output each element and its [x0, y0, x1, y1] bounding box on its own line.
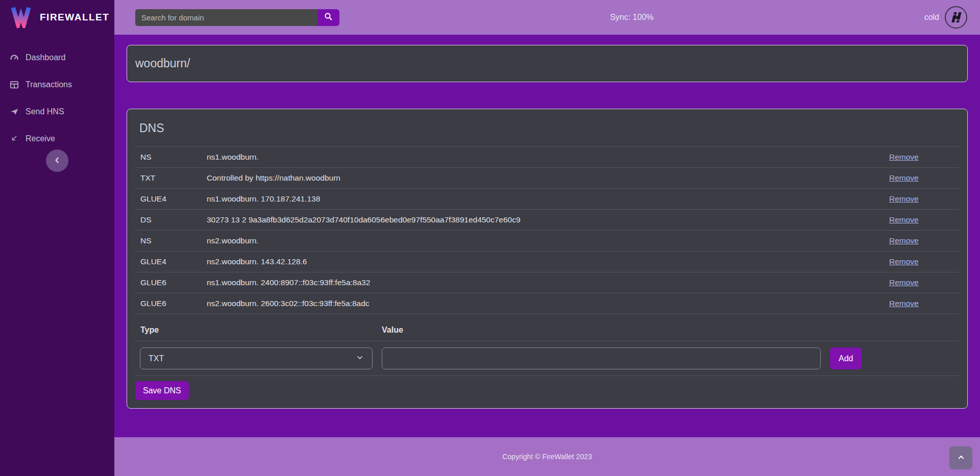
- main-content: woodburn/ DNS NS ns1.woodburn. Remove TX…: [114, 35, 980, 437]
- copyright-text: Copyright © FireWallet 2023: [502, 453, 592, 461]
- topbar: Sync: 100% cold: [114, 0, 980, 35]
- sidebar-item-label: Send HNS: [26, 107, 64, 116]
- dns-card: DNS NS ns1.woodburn. Remove TXT Controll…: [127, 109, 968, 409]
- sidebar-item-send-hns[interactable]: Send HNS: [0, 98, 114, 125]
- brand[interactable]: FIREWALLET: [0, 0, 114, 35]
- wallet-name: cold: [924, 13, 939, 22]
- transactions-icon: [10, 80, 22, 89]
- remove-link[interactable]: Remove: [889, 194, 919, 203]
- sync-status: Sync: 100%: [339, 13, 924, 22]
- brand-name: FIREWALLET: [40, 12, 109, 23]
- dns-record-row: GLUE6 ns1.woodburn. 2400:8907::f03c:93ff…: [135, 272, 959, 293]
- add-record-button[interactable]: Add: [830, 347, 862, 369]
- record-value: 30273 13 2 9a3a8fb3d625d2a2073d740f10da6…: [207, 215, 889, 224]
- firewallet-logo-icon: [10, 5, 32, 30]
- remove-link[interactable]: Remove: [889, 257, 919, 266]
- dns-record-row: GLUE4 ns2.woodburn. 143.42.128.6 Remove: [135, 252, 959, 272]
- domain-search: [135, 9, 339, 26]
- record-value: ns1.woodburn. 170.187.241.138: [207, 194, 889, 204]
- sidebar-item-receive[interactable]: Receive: [0, 125, 114, 152]
- dns-record-row: GLUE6 ns2.woodburn. 2600:3c02::f03c:93ff…: [135, 293, 959, 314]
- dns-record-row: NS ns2.woodburn. Remove: [135, 231, 959, 252]
- record-type: DS: [140, 215, 207, 224]
- remove-link[interactable]: Remove: [889, 215, 919, 224]
- record-value: ns1.woodburn. 2400:8907::f03c:93ff:fe5a:…: [207, 278, 889, 287]
- dns-heading: DNS: [135, 117, 959, 147]
- dns-record-row: TXT Controlled by https://nathan.woodbur…: [135, 168, 959, 189]
- sidebar-item-label: Dashboard: [26, 53, 65, 62]
- record-value: ns2.woodburn.: [207, 236, 889, 245]
- remove-link[interactable]: Remove: [889, 278, 919, 287]
- chevron-down-icon: [356, 354, 364, 364]
- sidebar-nav: Dashboard Transactions Send HNS: [0, 44, 114, 152]
- dns-record-row: DS 30273 13 2 9a3a8fb3d625d2a2073d740f10…: [135, 210, 959, 231]
- sidebar-item-label: Transactions: [26, 80, 72, 89]
- page-title: woodburn/: [135, 57, 959, 70]
- search-icon: [324, 12, 333, 22]
- record-value-input[interactable]: [382, 347, 821, 369]
- record-type-select[interactable]: TXT: [140, 347, 373, 369]
- wallet-group: cold: [924, 6, 967, 29]
- record-type: GLUE4: [140, 257, 207, 266]
- domain-card: woodburn/: [127, 45, 968, 82]
- record-type: GLUE6: [140, 299, 207, 308]
- record-type: TXT: [140, 173, 207, 183]
- dashboard-icon: [10, 53, 22, 62]
- type-column-label: Type: [140, 325, 382, 335]
- record-value: Controlled by https://nathan.woodburn: [207, 173, 889, 183]
- search-input[interactable]: [135, 9, 317, 26]
- remove-link[interactable]: Remove: [889, 299, 919, 308]
- search-button[interactable]: [317, 9, 339, 26]
- sidebar-collapse-button[interactable]: [46, 149, 68, 172]
- record-type: NS: [140, 236, 207, 245]
- value-column-label: Value: [382, 325, 403, 335]
- record-type: NS: [140, 153, 207, 162]
- dns-record-row: GLUE4 ns1.woodburn. 170.187.241.138 Remo…: [135, 189, 959, 210]
- handshake-icon[interactable]: [945, 6, 967, 29]
- save-dns-button[interactable]: Save DNS: [135, 381, 189, 400]
- remove-link[interactable]: Remove: [889, 153, 919, 161]
- dns-record-row: NS ns1.woodburn. Remove: [135, 147, 959, 168]
- footer: Copyright © FireWallet 2023: [114, 437, 980, 476]
- record-type: GLUE6: [140, 278, 207, 287]
- remove-link[interactable]: Remove: [889, 173, 919, 182]
- chevron-up-icon: [957, 453, 965, 463]
- sidebar-item-transactions[interactable]: Transactions: [0, 71, 114, 98]
- dns-form-header: Type Value: [135, 325, 959, 341]
- send-icon: [10, 107, 22, 116]
- sidebar-item-label: Receive: [26, 134, 55, 143]
- scroll-to-top-button[interactable]: [949, 446, 972, 469]
- chevron-left-icon: [53, 156, 61, 166]
- receive-icon: [10, 134, 22, 143]
- dns-records-table: NS ns1.woodburn. Remove TXT Controlled b…: [135, 147, 959, 314]
- record-type-selected: TXT: [149, 354, 164, 363]
- record-type: GLUE4: [140, 194, 207, 204]
- sidebar-item-dashboard[interactable]: Dashboard: [0, 44, 114, 71]
- record-value: ns1.woodburn.: [207, 153, 889, 162]
- record-value: ns2.woodburn. 143.42.128.6: [207, 257, 889, 266]
- remove-link[interactable]: Remove: [889, 236, 919, 245]
- record-value: ns2.woodburn. 2600:3c02::f03c:93ff:fe5a:…: [207, 299, 889, 308]
- sidebar: FIREWALLET Dashboard Transactions: [0, 0, 114, 476]
- dns-add-form: TXT Add: [135, 341, 959, 376]
